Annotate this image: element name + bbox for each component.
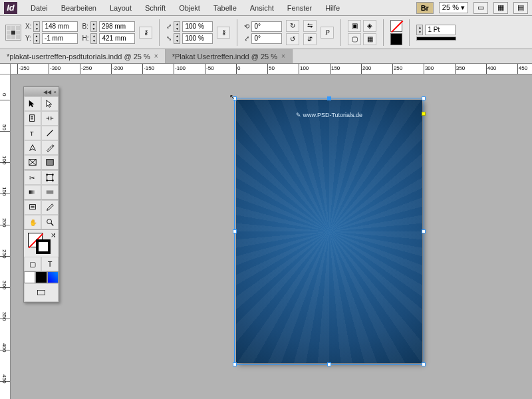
cursor-indicator: ↖: [229, 93, 235, 100]
horizontal-ruler[interactable]: -350-300-250-200-150-100-500501001502002…: [11, 64, 532, 74]
x-spinner[interactable]: ▲▼: [33, 21, 40, 32]
gradient-swatch-tool[interactable]: [24, 185, 41, 200]
h-input[interactable]: [99, 33, 135, 44]
svg-point-17: [47, 219, 52, 224]
swap-fill-stroke-icon[interactable]: ⤭: [51, 231, 56, 239]
view-mode-normal[interactable]: [24, 283, 59, 302]
svg-text:T: T: [30, 130, 34, 137]
toolbox-header[interactable]: ◀◀×: [24, 87, 59, 96]
workspace-icon[interactable]: ▤: [513, 2, 528, 14]
svg-text:✂: ✂: [29, 174, 35, 182]
selection-tool[interactable]: [24, 96, 41, 111]
constrain-wh-icon[interactable]: ⚷: [139, 27, 152, 39]
zoom-dropdown[interactable]: 25 % ▾: [439, 2, 468, 13]
svg-line-2: [47, 130, 53, 136]
select-content-icon[interactable]: ◈: [363, 20, 376, 32]
direct-selection-tool[interactable]: [41, 96, 59, 111]
menu-tabelle[interactable]: Tabelle: [207, 4, 243, 12]
menu-objekt[interactable]: Objekt: [172, 4, 207, 12]
document-url-text: www.PSD-Tutorials.de: [296, 112, 362, 118]
stroke-swatch[interactable]: [390, 33, 402, 45]
rectangle-tool[interactable]: [41, 155, 59, 170]
doc-tab-1[interactable]: *plakat-usertreffen-psdtutorials.indd @ …: [0, 49, 166, 63]
close-icon[interactable]: ×: [154, 53, 158, 60]
flip-v-icon[interactable]: ⇵: [303, 33, 317, 45]
rectangle-frame-tool[interactable]: [24, 155, 41, 170]
menu-hilfe[interactable]: Hilfe: [319, 4, 346, 12]
eyedropper-tool[interactable]: [41, 200, 59, 215]
svg-line-18: [51, 223, 54, 226]
formatting-text-icon[interactable]: T: [41, 257, 59, 271]
menu-schrift[interactable]: Schrift: [138, 4, 172, 12]
svg-text:✋: ✋: [29, 219, 37, 227]
reference-point[interactable]: [5, 25, 21, 41]
svg-rect-19: [37, 291, 45, 295]
w-input[interactable]: [99, 21, 135, 32]
apply-color-swatch[interactable]: [35, 271, 47, 283]
hand-tool[interactable]: ✋: [24, 215, 41, 229]
p-icon[interactable]: P: [321, 27, 334, 39]
document-tabs: *plakat-usertreffen-psdtutorials.indd @ …: [0, 49, 532, 64]
w-spinner[interactable]: ▲▼: [90, 21, 97, 32]
scissors-tool[interactable]: ✂: [24, 170, 41, 185]
apply-none-swatch[interactable]: [24, 271, 35, 283]
menu-datei[interactable]: Datei: [24, 4, 55, 12]
menu-layout[interactable]: Layout: [103, 4, 138, 12]
svg-point-9: [46, 174, 48, 176]
stroke-style-dropdown[interactable]: [416, 37, 456, 41]
fit-content-icon[interactable]: ▢: [348, 33, 361, 45]
menu-bearbeiten[interactable]: Bearbeiten: [55, 4, 103, 12]
bridge-button[interactable]: Br: [416, 2, 434, 14]
fit-frame-icon[interactable]: ▦: [363, 33, 376, 45]
rotate-ccw-icon[interactable]: ↺: [286, 33, 299, 45]
fill-swatch[interactable]: [390, 20, 402, 32]
apply-gradient-swatch[interactable]: [47, 271, 59, 283]
note-tool[interactable]: [24, 200, 41, 215]
shear-input[interactable]: [251, 33, 282, 44]
svg-rect-8: [47, 175, 53, 181]
screen-mode-icon[interactable]: ▭: [473, 2, 488, 14]
svg-point-10: [52, 174, 54, 176]
pen-tool[interactable]: [24, 140, 41, 155]
x-input[interactable]: [42, 21, 78, 32]
control-bar: X:▲▼ Y:▲▼ B:▲▼ H:▲▼ ⚷ ⤢▲▼ ⤡▲▼ ⚷ ⟲ ⤤ ↻ ↺ …: [0, 16, 532, 49]
zoom-tool[interactable]: [41, 215, 59, 229]
vertical-ruler[interactable]: -50050100150200250300350400450: [0, 74, 11, 399]
sunburst-background: [236, 100, 422, 363]
ruler-origin[interactable]: [0, 64, 11, 74]
type-tool[interactable]: T: [24, 126, 41, 140]
svg-point-11: [46, 180, 48, 182]
svg-rect-6: [47, 160, 54, 166]
svg-rect-13: [29, 190, 37, 194]
formatting-container-icon[interactable]: ▢: [24, 257, 41, 271]
arrange-icon[interactable]: ▦: [493, 2, 508, 14]
page-tool[interactable]: [24, 111, 41, 126]
stroke-box[interactable]: [36, 239, 51, 254]
y-spinner[interactable]: ▲▼: [33, 33, 40, 44]
gap-tool[interactable]: [41, 111, 59, 126]
rotate-cw-icon[interactable]: ↻: [286, 20, 299, 32]
scalex-input[interactable]: [182, 21, 213, 32]
document-page[interactable]: www.PSD-Tutorials.de: [236, 100, 422, 363]
constrain-scale-icon[interactable]: ⚷: [217, 27, 230, 39]
svg-point-12: [52, 180, 54, 182]
svg-rect-14: [47, 190, 54, 194]
gradient-feather-tool[interactable]: [41, 185, 59, 200]
toolbox[interactable]: ◀◀× T ✂ ✋ ⤭ ▢ T: [23, 86, 59, 303]
rotate-input[interactable]: [251, 21, 282, 32]
menu-fenster[interactable]: Fenster: [281, 4, 319, 12]
svg-rect-15: [30, 205, 36, 209]
free-transform-tool[interactable]: [41, 170, 59, 185]
y-input[interactable]: [42, 33, 78, 44]
fill-stroke-control[interactable]: ⤭: [24, 230, 59, 257]
h-spinner[interactable]: ▲▼: [90, 33, 97, 44]
pencil-tool[interactable]: [41, 140, 59, 155]
doc-tab-2[interactable]: *Plakat Usertreffen.indd @ 25 %×: [166, 49, 293, 63]
stroke-weight-input[interactable]: [425, 25, 456, 35]
select-container-icon[interactable]: ▣: [348, 20, 361, 32]
flip-h-icon[interactable]: ⇋: [303, 20, 317, 32]
close-icon[interactable]: ×: [281, 53, 285, 60]
scaley-input[interactable]: [182, 33, 213, 44]
line-tool[interactable]: [41, 126, 59, 140]
menu-ansicht[interactable]: Ansicht: [243, 4, 281, 12]
